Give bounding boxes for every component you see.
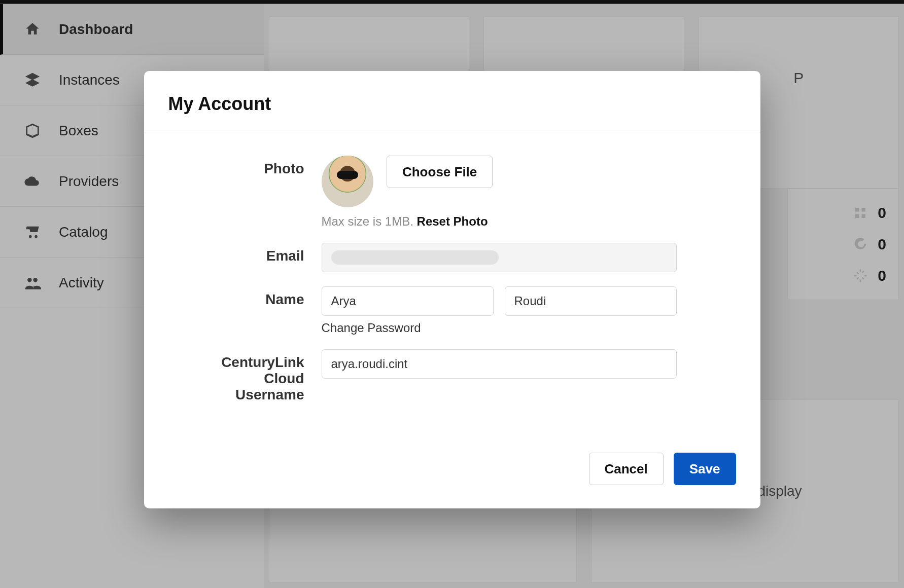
form-row-clc: CenturyLink Cloud Username bbox=[180, 349, 725, 403]
form-row-photo: Photo Choose File Max size is 1MB. Reset… bbox=[180, 156, 725, 229]
form-row-name: Name Change Password bbox=[180, 286, 725, 335]
modal-title: My Account bbox=[144, 71, 760, 132]
photo-label: Photo bbox=[180, 156, 322, 177]
my-account-modal: My Account Photo Choose File Max size is… bbox=[144, 71, 760, 508]
email-field bbox=[322, 243, 677, 272]
email-redacted bbox=[331, 250, 499, 265]
last-name-field[interactable] bbox=[505, 286, 677, 316]
clc-username-field[interactable] bbox=[322, 349, 677, 379]
name-label: Name bbox=[180, 286, 322, 308]
photo-helper: Max size is 1MB. Reset Photo bbox=[322, 214, 725, 229]
clc-username-label: CenturyLink Cloud Username bbox=[180, 349, 322, 403]
first-name-field[interactable] bbox=[322, 286, 494, 316]
modal-body: Photo Choose File Max size is 1MB. Reset… bbox=[144, 132, 760, 427]
choose-file-button[interactable]: Choose File bbox=[387, 156, 493, 188]
cancel-button[interactable]: Cancel bbox=[589, 453, 664, 485]
change-password-row: Change Password bbox=[322, 321, 725, 335]
modal-overlay[interactable]: My Account Photo Choose File Max size is… bbox=[0, 0, 904, 588]
modal-footer: Cancel Save bbox=[144, 427, 760, 508]
photo-helper-text: Max size is 1MB. bbox=[322, 214, 417, 228]
form-row-email: Email bbox=[180, 243, 725, 272]
email-label: Email bbox=[180, 243, 322, 264]
reset-photo-link[interactable]: Reset Photo bbox=[417, 214, 488, 228]
clc-label-line1: CenturyLink Cloud bbox=[180, 354, 304, 387]
clc-label-line2: Username bbox=[180, 387, 304, 403]
avatar bbox=[322, 156, 373, 207]
change-password-link[interactable]: Change Password bbox=[322, 321, 421, 335]
save-button[interactable]: Save bbox=[674, 453, 736, 485]
